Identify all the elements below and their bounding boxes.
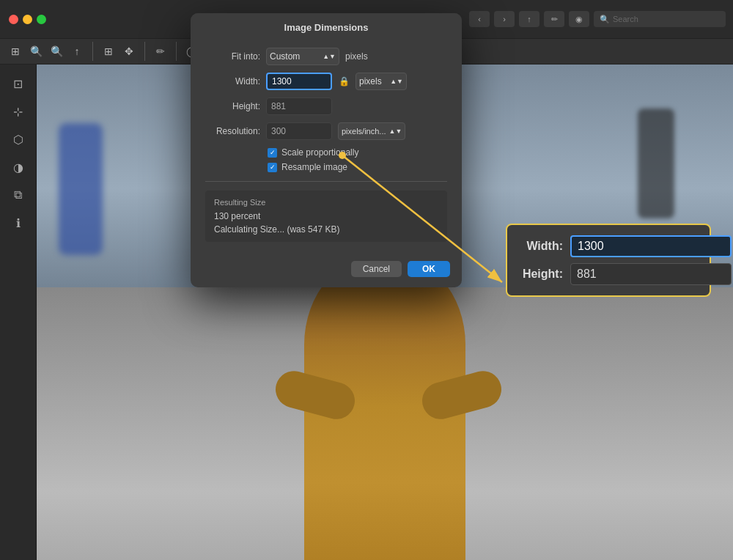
export[interactable]: ↑ [67,42,86,61]
height-row: Height: [205,97,447,115]
tool-group-1: ⊞ 🔍 🔍 ↑ [6,42,93,61]
fit-into-unit: pixels [345,51,368,62]
brush-tool[interactable]: ✏ [151,42,170,61]
callout-fields: Width: Height: [519,235,732,285]
close-button[interactable] [9,15,18,24]
sidebar-color[interactable]: ◑ [5,154,32,180]
lock-icon: 🔒 [338,75,350,87]
resulting-size-section: Resulting Size 130 percent Calculating S… [205,191,447,242]
tool-group-2: ⊞ ✥ [99,42,145,61]
resolution-row: Resolution: pixels/inch... ▲▼ [205,122,447,140]
callout-width-label: Width: [519,240,563,253]
fullscreen-button[interactable] [37,15,46,24]
callout-height-label: Height: [519,268,563,281]
resolution-input[interactable] [266,122,332,140]
sidebar-adjust[interactable]: ⊹ [5,98,32,125]
fit-into-row: Fit into: Custom ▲▼ pixels [205,48,447,65]
pixels-label: pixels [359,76,382,86]
sidebar-info[interactable]: ℹ [5,210,32,236]
pixels-unit-select[interactable]: pixels ▲▼ [356,73,407,90]
resolution-chevron: ▲▼ [389,128,402,135]
divider [205,181,447,182]
checkbox-check-icon-2: ✓ [270,163,276,171]
scale-proportionally-checkbox[interactable]: ✓ [268,148,277,158]
tool-button-2[interactable]: ◉ [569,11,589,27]
resample-image-label: Resample image [281,162,347,172]
height-label: Height: [205,101,260,111]
dialog-title: Image Dimensions [191,13,462,39]
move-tool[interactable]: ✥ [119,42,139,61]
share-button[interactable]: ↑ [519,11,539,27]
tool-button-1[interactable]: ✏ [544,11,564,27]
result-calc: Calculating Size... (was 547 KB) [214,224,438,235]
resolution-unit-select[interactable]: pixels/inch... ▲▼ [338,122,405,140]
search-placeholder: Search [613,15,638,23]
sidebar-filter[interactable]: ⬡ [5,126,32,152]
sidebar: ⊡ ⊹ ⬡ ◑ ⧉ ℹ [0,65,37,560]
ok-button[interactable]: OK [408,261,450,277]
scale-proportionally-label: Scale proportionally [281,147,358,158]
callout-width-input[interactable] [570,235,732,257]
sidebar-crop[interactable]: ⊡ [5,70,32,97]
callout-box: Width: Height: [506,224,711,297]
pixels-chevron: ▲▼ [390,78,403,85]
tool-group-3: ✏ [151,42,177,61]
fit-into-select[interactable]: Custom ▲▼ [266,48,339,65]
dialog-footer: Cancel OK [191,254,462,287]
callout-content: Width: Height: [519,235,698,285]
cancel-button[interactable]: Cancel [351,261,402,277]
scale-proportionally-row: ✓ Scale proportionally [268,147,447,158]
result-percent: 130 percent [214,211,438,221]
sidebar-layers[interactable]: ⧉ [5,182,32,208]
traffic-lights [9,15,46,24]
nav-forward-button[interactable]: › [494,11,515,27]
resulting-size-title: Resulting Size [214,198,438,207]
callout-height-row: Height: [519,263,732,285]
minimize-button[interactable] [23,15,32,24]
width-label: Width: [205,76,260,86]
fit-into-chevron: ▲▼ [323,53,336,60]
width-input[interactable] [266,73,332,90]
select-tool[interactable]: ⊞ [99,42,118,61]
callout-height-input[interactable] [570,263,732,285]
checkbox-check-icon: ✓ [270,149,276,156]
search-bar[interactable]: 🔍 Search [594,11,726,27]
dialog-body: Fit into: Custom ▲▼ pixels Width: 🔒 pixe… [191,39,462,254]
height-input[interactable] [266,97,332,115]
zoom-out[interactable]: 🔍 [26,42,45,61]
nav-back-button[interactable]: ‹ [469,11,490,27]
callout-width-row: Width: [519,235,732,257]
view-toggle[interactable]: ⊞ [6,42,25,61]
resample-image-row: ✓ Resample image [268,162,447,172]
resolution-label: Resolution: [205,126,260,136]
resolution-unit-label: pixels/inch... [342,127,386,136]
fit-into-value: Custom [270,51,300,62]
width-row: Width: 🔒 pixels ▲▼ [205,73,447,90]
search-icon: 🔍 [600,15,610,24]
titlebar-controls: ‹ › ↑ ✏ ◉ 🔍 Search [469,11,726,27]
resample-image-checkbox[interactable]: ✓ [268,163,277,172]
zoom-in[interactable]: 🔍 [47,42,66,61]
image-dimensions-dialog: Image Dimensions Fit into: Custom ▲▼ pix… [191,13,462,287]
fit-into-label: Fit into: [205,51,260,62]
